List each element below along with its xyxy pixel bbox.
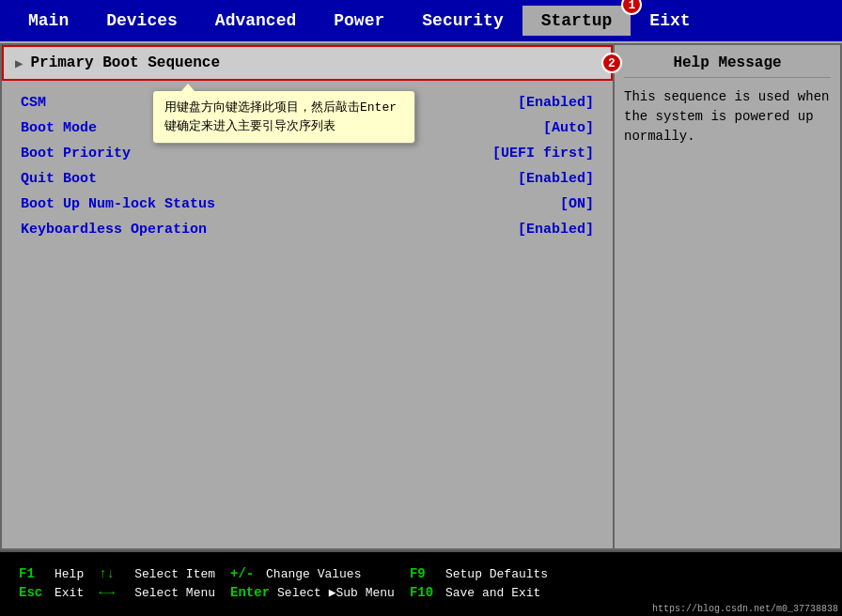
setting-name-keyboardless: Keyboardless Operation (21, 222, 207, 238)
shortcut-key-f1: F1 (19, 566, 47, 581)
setting-value-keyboardless[interactable]: [Enabled] (518, 222, 594, 238)
setting-row-bootpriority: Boot Priority [UEFI first] (21, 141, 594, 166)
shortcut-key-esc: Esc (19, 585, 47, 600)
shortcut-key-f9: F9 (410, 566, 438, 581)
watermark: https://blog.csdn.net/m0_37738838 (652, 604, 838, 614)
nav-bar: Main Devices Advanced Power Security Sta… (0, 0, 842, 43)
shortcut-key-enter: Enter (230, 585, 270, 600)
shortcut-label-setup-defaults: Setup Defaults (445, 567, 548, 581)
shortcut-key-leftright: ←→ (99, 585, 127, 600)
shortcut-key-updown: ↑↓ (99, 566, 127, 581)
left-panel: ▶ Primary Boot Sequence 2 用键盘方向键选择此项目，然后… (2, 45, 615, 548)
nav-main[interactable]: Main (9, 6, 87, 36)
shortcut-label-help: Help (55, 567, 84, 581)
nav-startup[interactable]: Startup 1 (522, 6, 632, 36)
shortcut-group-1: F1 Help Esc Exit (19, 552, 84, 614)
setting-value-numlock[interactable]: [ON] (560, 196, 594, 212)
shortcut-group-2: ↑↓ Select Item ←→ Select Menu (99, 552, 215, 614)
shortcut-key-plusminus: +/- (230, 566, 258, 581)
main-content: ▶ Primary Boot Sequence 2 用键盘方向键选择此项目，然后… (0, 43, 842, 550)
setting-name-csm: CSM (21, 95, 46, 111)
primary-boot-sequence-row[interactable]: ▶ Primary Boot Sequence 2 (2, 45, 613, 81)
shortcut-group-3: +/- Change Values Enter Select ▶Sub Menu (230, 552, 395, 614)
setting-value-csm[interactable]: [Enabled] (518, 95, 594, 111)
setting-name-bootmode: Boot Mode (21, 120, 97, 136)
nav-devices[interactable]: Devices (87, 6, 196, 36)
badge-2-icon: 2 (601, 53, 622, 73)
right-panel: Help Message This sequence is used when … (615, 45, 840, 548)
nav-eixt[interactable]: Eixt (631, 6, 709, 36)
tooltip-popup: 用键盘方向键选择此项目，然后敲击Enter键确定来进入主要引导次序列表 (152, 90, 415, 144)
setting-row-numlock: Boot Up Num-lock Status [ON] (21, 192, 594, 217)
setting-name-numlock: Boot Up Num-lock Status (21, 196, 215, 212)
setting-name-bootpriority: Boot Priority (21, 146, 131, 162)
shortcut-group-4: F9 Setup Defaults F10 Save and Exit (410, 552, 548, 614)
shortcut-label-exit: Exit (55, 586, 84, 600)
setting-row-quitboot: Quit Boot [Enabled] (21, 166, 594, 192)
shortcut-label-select-submenu: Select ▶Sub Menu (277, 585, 395, 600)
setting-name-quitboot: Quit Boot (21, 171, 97, 187)
setting-row-keyboardless: Keyboardless Operation [Enabled] (21, 217, 594, 242)
primary-boot-label: Primary Boot Sequence (30, 54, 220, 71)
shortcut-label-select-item: Select Item (134, 567, 215, 581)
shortcut-label-change-values: Change Values (266, 567, 361, 581)
setting-value-bootpriority[interactable]: [UEFI first] (492, 146, 594, 162)
help-title: Help Message (624, 54, 831, 78)
shortcut-label-select-menu: Select Menu (134, 586, 215, 600)
shortcut-label-save-exit: Save and Exit (445, 586, 540, 600)
play-icon: ▶ (15, 55, 23, 71)
nav-security[interactable]: Security (403, 6, 522, 36)
setting-value-bootmode[interactable]: [Auto] (543, 120, 594, 136)
shortcut-key-f10: F10 (410, 585, 438, 600)
nav-power[interactable]: Power (315, 6, 403, 36)
setting-value-quitboot[interactable]: [Enabled] (518, 171, 594, 187)
nav-advanced[interactable]: Advanced (196, 6, 315, 36)
help-text: This sequence is used when the system is… (624, 87, 831, 146)
